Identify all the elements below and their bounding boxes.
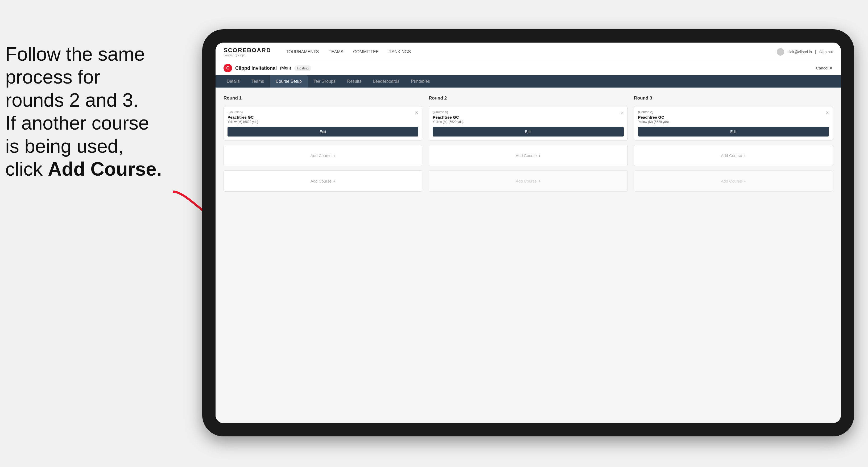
tablet-screen: SCOREBOARD Powered by clippd TOURNAMENTS… bbox=[216, 42, 841, 423]
tournament-name: Clippd Invitational bbox=[235, 65, 277, 71]
nav-teams[interactable]: TEAMS bbox=[324, 48, 347, 56]
instruction-text: Follow the same process for rounds 2 and… bbox=[5, 42, 170, 180]
round-3-column: Round 3 ✕ (Course A) Peachtree GC Yellow… bbox=[634, 96, 833, 192]
round-1-add-course-text-2: Add Course + bbox=[311, 179, 336, 183]
round-3-add-course-1[interactable]: Add Course + bbox=[634, 145, 833, 166]
user-area: blair@clippd.io | Sign out bbox=[777, 48, 833, 56]
tab-results[interactable]: Results bbox=[341, 75, 367, 88]
round-2-title: Round 2 bbox=[429, 96, 627, 101]
round-2-add-course-text-2: Add Course + bbox=[516, 179, 541, 183]
round-3-add-course-text-1: Add Course + bbox=[721, 153, 746, 158]
main-content: Round 1 ✕ (Course A) Peachtree GC Yellow… bbox=[216, 88, 841, 423]
round-1-course-tee: Yellow (M) (6629 yds) bbox=[227, 120, 418, 124]
round-1-delete-btn[interactable]: ✕ bbox=[415, 110, 418, 115]
tab-course-setup[interactable]: Course Setup bbox=[270, 75, 308, 88]
round-1-add-course-2[interactable]: Add Course + bbox=[223, 170, 422, 192]
logo-scoreboard: SCOREBOARD bbox=[223, 47, 271, 54]
round-2-course-label: (Course A) bbox=[433, 110, 623, 114]
tab-teams[interactable]: Teams bbox=[246, 75, 270, 88]
round-3-title: Round 3 bbox=[634, 96, 833, 101]
nav-rankings[interactable]: RANKINGS bbox=[384, 48, 415, 56]
round-2-add-course-1[interactable]: Add Course + bbox=[429, 145, 627, 166]
round-2-delete-btn[interactable]: ✕ bbox=[620, 110, 624, 115]
round-2-course-card: ✕ (Course A) Peachtree GC Yellow (M) (66… bbox=[429, 106, 627, 141]
round-3-add-course-2: Add Course + bbox=[634, 170, 833, 192]
sub-header: C Clippd Invitational (Men) Hosting Canc… bbox=[216, 61, 841, 75]
round-1-edit-button[interactable]: Edit bbox=[227, 127, 418, 136]
tab-leaderboards[interactable]: Leaderboards bbox=[367, 75, 405, 88]
tab-tee-groups[interactable]: Tee Groups bbox=[308, 75, 341, 88]
round-3-add-course-text-2: Add Course + bbox=[721, 179, 746, 183]
round-3-course-tee: Yellow (M) (6629 yds) bbox=[638, 120, 829, 124]
tournament-info: C Clippd Invitational (Men) Hosting bbox=[223, 64, 311, 72]
round-1-add-course-text-1: Add Course + bbox=[311, 153, 336, 158]
nav-links: TOURNAMENTS TEAMS COMMITTEE RANKINGS bbox=[282, 48, 777, 56]
logo-sub: Powered by clippd bbox=[223, 54, 271, 57]
top-nav: SCOREBOARD Powered by clippd TOURNAMENTS… bbox=[216, 42, 841, 61]
separator: | bbox=[815, 50, 816, 54]
round-2-course-tee: Yellow (M) (6629 yds) bbox=[433, 120, 623, 124]
nav-committee[interactable]: COMMITTEE bbox=[349, 48, 383, 56]
tab-bar: Details Teams Course Setup Tee Groups Re… bbox=[216, 75, 841, 88]
round-2-edit-button[interactable]: Edit bbox=[433, 127, 623, 136]
round-3-course-name: Peachtree GC bbox=[638, 115, 829, 120]
round-1-title: Round 1 bbox=[223, 96, 422, 101]
round-2-add-course-text-1: Add Course + bbox=[516, 153, 541, 158]
sign-out-link[interactable]: Sign out bbox=[819, 50, 833, 54]
tab-details[interactable]: Details bbox=[221, 75, 246, 88]
round-1-course-name: Peachtree GC bbox=[227, 115, 418, 120]
round-1-course-label: (Course A) bbox=[227, 110, 418, 114]
round-2-add-course-2: Add Course + bbox=[429, 170, 627, 192]
round-3-course-label: (Course A) bbox=[638, 110, 829, 114]
round-2-column: Round 2 ✕ (Course A) Peachtree GC Yellow… bbox=[429, 96, 627, 192]
round-1-column: Round 1 ✕ (Course A) Peachtree GC Yellow… bbox=[223, 96, 422, 192]
nav-tournaments[interactable]: TOURNAMENTS bbox=[282, 48, 323, 56]
tournament-gender: (Men) bbox=[280, 66, 291, 70]
user-avatar bbox=[777, 48, 784, 56]
logo-area: SCOREBOARD Powered by clippd bbox=[223, 47, 271, 57]
hosting-badge: Hosting bbox=[294, 65, 311, 71]
tournament-logo: C bbox=[223, 64, 232, 72]
rounds-grid: Round 1 ✕ (Course A) Peachtree GC Yellow… bbox=[223, 96, 833, 192]
round-3-delete-btn[interactable]: ✕ bbox=[826, 110, 829, 115]
user-email: blair@clippd.io bbox=[787, 50, 812, 54]
round-1-course-card: ✕ (Course A) Peachtree GC Yellow (M) (66… bbox=[223, 106, 422, 141]
round-3-edit-button[interactable]: Edit bbox=[638, 127, 829, 136]
tab-printables[interactable]: Printables bbox=[405, 75, 436, 88]
round-1-add-course-1[interactable]: Add Course + bbox=[223, 145, 422, 166]
round-2-course-name: Peachtree GC bbox=[433, 115, 623, 120]
tablet-frame: SCOREBOARD Powered by clippd TOURNAMENTS… bbox=[202, 29, 854, 436]
round-3-course-card: ✕ (Course A) Peachtree GC Yellow (M) (66… bbox=[634, 106, 833, 141]
cancel-button[interactable]: Cancel ✕ bbox=[816, 66, 833, 70]
